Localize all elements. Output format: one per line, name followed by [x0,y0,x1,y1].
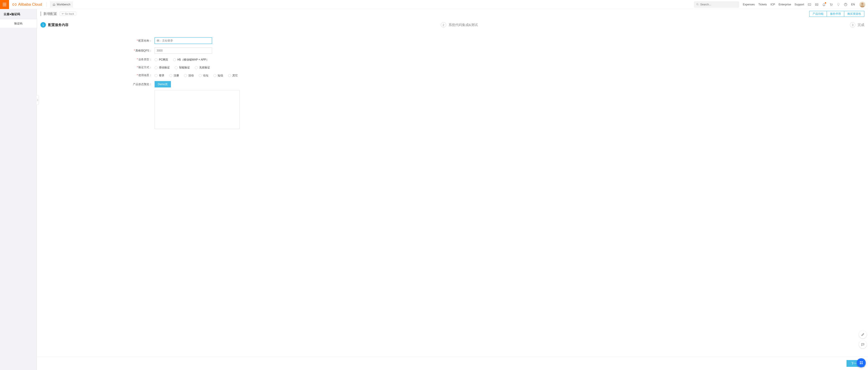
svg-rect-13 [862,363,863,364]
nav-tickets[interactable]: Tickets [758,3,767,6]
apps-fab-button[interactable] [857,358,866,367]
biz-type-label: *业务类型： [37,58,153,61]
edit-feedback-button[interactable] [859,331,867,338]
scene-register[interactable]: 注册 [169,74,179,77]
config-form: *配置名称： *高峰期QPS： *业务类型： PC网页 H5（移动端WAP + … [37,33,868,357]
scene-login[interactable]: 登录 [155,74,164,77]
step-3-number: 3 [850,22,855,28]
help-icon[interactable] [844,3,847,6]
step-2-number: 2 [441,22,446,28]
scene-label: *使用场景： [37,73,153,77]
svg-point-3 [831,5,831,6]
top-nav: Expenses Tickets ICP Enterprise Support … [743,2,868,7]
form-footer: 下一步 [37,357,868,370]
biz-type-group: PC网页 H5（移动端WAP + APP） [153,57,209,62]
nav-expenses[interactable]: Expenses [743,3,755,6]
page-header: 新增配置 Go back 产品功能 服务停用 购买资源包 [37,9,868,17]
return-icon [62,13,64,15]
svg-point-4 [832,5,832,6]
home-icon [53,3,55,6]
biz-type-pc[interactable]: PC网页 [155,58,168,62]
verify-type-group: 滑动验证 智能验证 无痕验证 [153,65,210,70]
apps-grid-icon [859,361,863,365]
preview-canvas [155,90,240,129]
floating-tools [859,331,868,348]
notification-icon[interactable] [822,3,826,6]
brand-logo[interactable]: Alibaba Cloud [9,2,45,7]
scene-forum[interactable]: 论坛 [199,74,209,77]
menu-toggle-button[interactable] [0,0,9,9]
brand-name: Alibaba Cloud [18,2,42,7]
scene-activity[interactable]: 活动 [184,74,194,77]
cloud-shell-icon[interactable] [808,3,811,6]
search-icon [696,3,699,6]
screenshot-icon[interactable] [815,3,818,6]
svg-rect-11 [862,362,863,363]
sidebar: 云盾●验证码 验证码 [0,9,37,370]
step-1-number: 1 [40,22,46,28]
top-header: Alibaba Cloud Workbench Expenses Tickets… [0,0,868,9]
peak-qps-input[interactable] [155,47,212,54]
biz-type-h5[interactable]: H5（移动端WAP + APP） [173,58,209,62]
step-3: 3 完成 [850,22,864,28]
svg-rect-12 [860,363,861,364]
notification-badge [825,2,826,4]
config-name-input[interactable] [155,37,212,44]
nav-support[interactable]: Support [795,3,804,6]
step-2-label: 系统代码集成&测试 [448,23,478,27]
svg-point-6 [861,3,864,5]
verify-slide[interactable]: 滑动验证 [155,66,170,70]
collapse-icon [37,99,39,101]
scene-sms[interactable]: 短信 [213,74,223,77]
step-1: 1 配置服务内容 [40,22,68,28]
config-name-label: *配置名称： [37,39,153,43]
sidebar-item-captcha[interactable]: 验证码 [0,20,37,28]
product-features-button[interactable]: 产品功能 [809,11,827,17]
verify-type-label: *验证方式： [37,66,153,69]
page-title: 新增配置 [40,11,57,16]
go-back-label: Go back [65,12,74,15]
purchase-package-button[interactable]: 购买资源包 [844,11,864,17]
go-back-button[interactable]: Go back [60,12,76,16]
sidebar-collapse-toggle[interactable] [37,95,39,105]
header-actions: 产品功能 服务停用 购买资源包 [809,11,864,17]
alibaba-cloud-icon [12,2,17,7]
step-2: 2 系统代码集成&测试 [441,22,478,28]
chat-support-button[interactable] [859,341,867,348]
step-1-label: 配置服务内容 [48,23,68,27]
scene-group: 登录 注册 活动 论坛 短信 其它 [153,73,238,77]
preview-label: 产品形态预览： [37,81,153,86]
nav-icp[interactable]: ICP [771,3,775,6]
chat-icon [861,343,865,346]
demo-page-button[interactable]: Demo页 [155,81,171,88]
main-content: 新增配置 Go back 产品功能 服务停用 购买资源包 1 配置服务内容 2 … [37,9,868,370]
divider [46,2,47,6]
workbench-button[interactable]: Workbench [50,1,73,8]
avatar[interactable] [860,2,865,7]
svg-rect-10 [860,362,861,363]
hint-icon[interactable] [837,3,840,6]
verify-smart[interactable]: 智能验证 [175,66,190,70]
step-3-label: 完成 [858,23,864,27]
language-switch[interactable]: EN [851,3,855,6]
sidebar-title: 云盾●验证码 [0,9,37,20]
verify-invisible[interactable]: 无痕验证 [195,66,210,70]
svg-point-0 [697,3,698,5]
nav-enterprise[interactable]: Enterprise [779,3,791,6]
global-search[interactable] [694,1,739,8]
workbench-label: Workbench [57,3,70,6]
service-deprecate-button[interactable]: 服务停用 [827,11,844,17]
peak-qps-label: *高峰期QPS： [37,49,153,53]
search-input[interactable] [700,3,737,6]
wizard-steps: 1 配置服务内容 2 系统代码集成&测试 3 完成 [37,17,868,33]
scene-other[interactable]: 其它 [228,74,238,77]
pencil-icon [861,333,865,336]
cart-icon[interactable] [829,3,833,6]
